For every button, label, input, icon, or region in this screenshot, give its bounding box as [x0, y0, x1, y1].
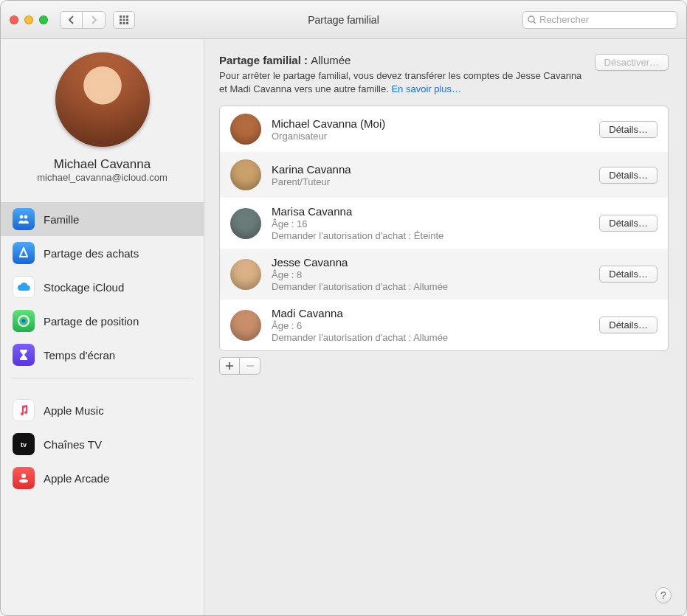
sidebar-item-label: Chaînes TV — [44, 438, 102, 451]
profile-name: Michael Cavanna — [54, 157, 151, 172]
minimize-window-button[interactable] — [24, 15, 33, 24]
appstore-icon — [13, 242, 35, 264]
sidebar-item-screen-time[interactable]: Temps d'écran — [1, 338, 204, 372]
sidebar-item-apple-arcade[interactable]: Apple Arcade — [1, 461, 204, 495]
details-button[interactable]: Détails… — [599, 215, 657, 232]
titlebar: Partage familial — [1, 1, 686, 39]
sidebar-divider — [11, 378, 193, 378]
svg-rect-2 — [126, 15, 128, 18]
main-header: Partage familial : Allumée Pour arrêter … — [219, 54, 669, 95]
member-role: Organisateur — [272, 131, 589, 142]
profile-email: michael_cavanna@icloud.com — [37, 172, 168, 183]
sidebar-item-label: Partage des achats — [44, 247, 139, 260]
add-member-button[interactable] — [219, 357, 240, 375]
family-member-list: Michael Cavanna (Moi) Organisateur Détai… — [219, 105, 669, 351]
profile-avatar — [55, 52, 150, 147]
sidebar: Michael Cavanna michael_cavanna@icloud.c… — [1, 39, 204, 615]
member-ask-to-buy: Demander l'autorisation d'achat : Allumé… — [272, 332, 589, 343]
svg-rect-5 — [126, 18, 128, 21]
member-ask-to-buy: Demander l'autorisation d'achat : Éteint… — [272, 230, 589, 241]
avatar — [230, 208, 261, 239]
avatar — [230, 159, 261, 190]
family-member-row[interactable]: Jesse Cavanna Âge : 8 Demander l'autoris… — [220, 249, 668, 300]
family-sharing-title: Partage familial : Allumée — [219, 54, 586, 66]
svg-line-10 — [534, 21, 536, 24]
svg-point-12 — [24, 215, 28, 219]
music-icon — [13, 399, 35, 421]
family-sharing-description: Pour arrêter le partage familial, vous d… — [219, 69, 586, 95]
search-field-container — [522, 11, 677, 29]
svg-point-16 — [19, 480, 28, 483]
family-member-row[interactable]: Madi Cavanna Âge : 6 Demander l'autorisa… — [220, 300, 668, 350]
remove-member-button[interactable] — [240, 357, 260, 375]
svg-rect-3 — [120, 18, 122, 21]
svg-point-14 — [22, 319, 26, 323]
window-controls — [10, 15, 48, 24]
member-role: Âge : 8 — [272, 269, 589, 280]
profile-section: Michael Cavanna michael_cavanna@icloud.c… — [1, 52, 204, 193]
window-body: Michael Cavanna michael_cavanna@icloud.c… — [1, 39, 686, 615]
member-name: Karina Cavanna — [272, 163, 589, 176]
sidebar-list-secondary: Apple Music tv Chaînes TV Apple Arcade — [1, 393, 204, 495]
svg-rect-6 — [120, 22, 122, 24]
arcade-icon — [13, 467, 35, 489]
details-button[interactable]: Détails… — [599, 316, 657, 333]
family-member-row[interactable]: Marisa Cavanna Âge : 16 Demander l'autor… — [220, 198, 668, 249]
member-name: Jesse Cavanna — [272, 256, 589, 269]
forward-button[interactable] — [83, 12, 105, 28]
svg-rect-4 — [123, 18, 125, 21]
svg-point-9 — [528, 16, 534, 22]
avatar — [230, 310, 261, 341]
back-button[interactable] — [61, 12, 83, 28]
sidebar-item-label: Temps d'écran — [44, 349, 115, 361]
avatar — [230, 259, 261, 290]
sidebar-item-tv-channels[interactable]: tv Chaînes TV — [1, 427, 204, 461]
avatar — [230, 114, 261, 145]
svg-rect-1 — [123, 15, 125, 18]
svg-rect-7 — [123, 22, 125, 24]
svg-text:tv: tv — [21, 441, 27, 449]
sidebar-item-label: Apple Music — [44, 404, 104, 417]
cloud-icon — [13, 276, 35, 298]
member-role: Parent/Tuteur — [272, 176, 589, 187]
sidebar-item-location-sharing[interactable]: Partage de position — [1, 304, 204, 338]
member-ask-to-buy: Demander l'autorisation d'achat : Allumé… — [272, 281, 589, 292]
show-all-prefs-button[interactable] — [113, 11, 135, 29]
family-sharing-status: Allumée — [311, 54, 351, 66]
tv-icon: tv — [13, 433, 35, 455]
member-name: Michael Cavanna (Moi) — [272, 117, 589, 130]
svg-rect-8 — [126, 22, 128, 24]
deactivate-button[interactable]: Désactiver… — [595, 54, 669, 71]
sidebar-item-apple-music[interactable]: Apple Music — [1, 393, 204, 427]
svg-rect-0 — [120, 15, 122, 18]
details-button[interactable]: Détails… — [599, 121, 657, 138]
close-window-button[interactable] — [10, 15, 18, 24]
preferences-window: Partage familial Michael Cavanna michael… — [0, 0, 687, 616]
nav-back-forward — [60, 11, 106, 29]
add-remove-controls — [219, 357, 669, 375]
help-button[interactable]: ? — [655, 587, 672, 603]
family-member-row[interactable]: Karina Cavanna Parent/Tuteur Détails… — [220, 152, 668, 198]
family-icon — [13, 208, 35, 230]
details-button[interactable]: Détails… — [599, 266, 657, 283]
svg-point-11 — [20, 215, 24, 219]
sidebar-item-family[interactable]: Famille — [1, 202, 204, 236]
member-name: Marisa Cavanna — [272, 205, 589, 218]
svg-point-17 — [21, 474, 26, 478]
learn-more-link[interactable]: En savoir plus… — [391, 83, 461, 94]
member-role: Âge : 6 — [272, 320, 589, 331]
zoom-window-button[interactable] — [39, 15, 48, 24]
hourglass-icon — [13, 344, 35, 366]
search-icon — [528, 15, 536, 24]
sidebar-item-purchase-sharing[interactable]: Partage des achats — [1, 236, 204, 270]
sidebar-item-label: Partage de position — [44, 315, 139, 328]
details-button[interactable]: Détails… — [599, 167, 657, 184]
sidebar-item-label: Apple Arcade — [44, 472, 109, 485]
member-name: Madi Cavanna — [272, 307, 589, 319]
sidebar-item-icloud-storage[interactable]: Stockage iCloud — [1, 270, 204, 304]
member-role: Âge : 16 — [272, 218, 589, 229]
location-icon — [13, 310, 35, 332]
main-pane: Partage familial : Allumée Pour arrêter … — [204, 39, 686, 615]
family-member-row[interactable]: Michael Cavanna (Moi) Organisateur Détai… — [220, 106, 668, 152]
search-input[interactable] — [539, 14, 672, 25]
